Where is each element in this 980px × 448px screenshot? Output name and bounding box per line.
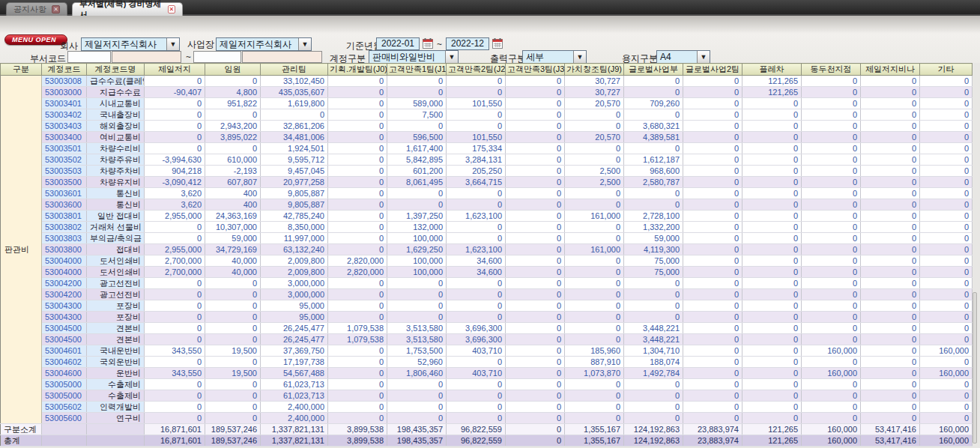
cell-value[interactable]: 9,595,712 — [261, 154, 328, 166]
cell-value[interactable]: 0 — [683, 289, 742, 300]
cell-account-name[interactable]: 접대비 — [87, 244, 145, 255]
cell-value[interactable]: 3,513,580 — [387, 323, 447, 334]
table-row[interactable]: 53003400여비교통비03,895,02234,481,0060596,50… — [1, 132, 973, 143]
cell-value[interactable]: 0 — [802, 121, 861, 132]
cell-value[interactable]: 160,000 — [802, 345, 861, 357]
cell-account-code[interactable]: 53004500 — [42, 323, 87, 334]
cell-value[interactable]: 0 — [145, 121, 205, 132]
cell-value[interactable]: 0 — [683, 345, 742, 357]
cell-value[interactable]: 0 — [861, 154, 920, 166]
cell-value[interactable]: 0 — [506, 267, 565, 278]
cell-value[interactable]: 0 — [920, 312, 973, 323]
cell-value[interactable]: 1,492,784 — [624, 368, 683, 379]
cell-value[interactable]: 0 — [565, 379, 624, 390]
cell-value[interactable]: 0 — [145, 390, 205, 402]
cell-value[interactable]: 0 — [802, 312, 861, 323]
cell-value[interactable]: 0 — [861, 278, 920, 289]
cell-value[interactable]: 0 — [861, 87, 920, 98]
cell-value[interactable]: 0 — [328, 413, 387, 424]
cell-value[interactable]: 101,550 — [447, 98, 506, 109]
cell-value[interactable]: 0 — [447, 87, 506, 98]
cell-value[interactable]: 435,035,607 — [261, 87, 328, 98]
cell-value[interactable]: 0 — [802, 289, 861, 300]
cell-value[interactable]: 0 — [920, 98, 973, 109]
cell-value[interactable]: 0 — [328, 300, 387, 312]
cell-value[interactable]: 3,448,221 — [624, 334, 683, 345]
cell-value[interactable]: 0 — [506, 357, 565, 368]
cell-value[interactable]: 2,400,000 — [261, 413, 328, 424]
cell-value[interactable]: 0 — [861, 222, 920, 233]
cell-account-name[interactable]: 포장비 — [87, 300, 145, 312]
cell-value[interactable]: 0 — [624, 109, 683, 121]
cell-value[interactable]: 0 — [506, 345, 565, 357]
cell-account-code[interactable]: 53004300 — [42, 300, 87, 312]
table-row[interactable]: 53005000수출제비0061,023,71300000000000 — [1, 390, 973, 402]
cell-account-name[interactable]: 광고선전비 — [87, 278, 145, 289]
cell-value[interactable]: 3,899,538 — [328, 424, 387, 435]
cell-account-name[interactable]: 견본비 — [87, 334, 145, 345]
cell-value[interactable]: 0 — [802, 323, 861, 334]
cell-value[interactable]: 0 — [447, 233, 506, 244]
cell-value[interactable]: 589,000 — [387, 98, 447, 109]
cell-account-code[interactable]: 53003403 — [42, 121, 87, 132]
cell-value[interactable]: 3,899,538 — [328, 435, 387, 447]
cell-value[interactable]: 0 — [802, 154, 861, 166]
cell-value[interactable]: 8,350,000 — [261, 222, 328, 233]
tab-notice[interactable]: 공지사항 ✕ — [6, 2, 67, 16]
cell-account-name[interactable]: 광고선전비 — [87, 289, 145, 300]
cell-value[interactable]: 0 — [447, 76, 506, 87]
cell-account-name[interactable]: 해외출장비 — [87, 121, 145, 132]
table-row[interactable]: 53004601국내운반비343,55019,50037,369,75001,7… — [1, 345, 973, 357]
cell-account-name[interactable] — [87, 435, 145, 447]
cell-value[interactable]: 0 — [742, 413, 802, 424]
cell-value[interactable]: 2,009,800 — [261, 267, 328, 278]
table-row[interactable]: 53003501차량수리비001,924,50101,617,400175,33… — [1, 143, 973, 154]
cell-value[interactable]: 2,400,000 — [261, 402, 328, 413]
cell-account-code[interactable]: 53004300 — [42, 312, 87, 323]
cell-value[interactable]: 0 — [328, 143, 387, 154]
cell-value[interactable]: 0 — [506, 244, 565, 255]
cell-account-name[interactable]: 차량주유비 — [87, 154, 145, 166]
cell-value[interactable]: 0 — [802, 211, 861, 222]
cell-value[interactable]: 0 — [742, 334, 802, 345]
cell-value[interactable]: 0 — [920, 222, 973, 233]
cell-value[interactable]: 0 — [205, 390, 261, 402]
cell-account-code[interactable]: 53004601 — [42, 345, 87, 357]
cell-value[interactable]: 400 — [205, 188, 261, 199]
cell-value[interactable]: 100,000 — [387, 255, 447, 267]
cell-value[interactable]: 16,871,601 — [145, 424, 205, 435]
cell-value[interactable]: 3,696,300 — [447, 323, 506, 334]
cell-value[interactable]: 160,000 — [802, 435, 861, 447]
cell-value[interactable]: 4,119,300 — [624, 244, 683, 255]
cell-value[interactable]: 0 — [328, 109, 387, 121]
table-row[interactable]: 53003402국내출장비00007,500000000000 — [1, 109, 973, 121]
cell-value[interactable]: 0 — [683, 98, 742, 109]
cell-value[interactable]: 0 — [802, 132, 861, 143]
cell-account-name[interactable]: 지급수수료 — [87, 87, 145, 98]
cell-value[interactable]: 0 — [328, 278, 387, 289]
cell-value[interactable]: 3,000,000 — [261, 278, 328, 289]
cell-value[interactable]: 100,000 — [387, 233, 447, 244]
cell-value[interactable]: 34,600 — [447, 255, 506, 267]
cell-account-name[interactable]: 연구비 — [87, 413, 145, 424]
cell-value[interactable]: 198,435,357 — [387, 424, 447, 435]
cell-value[interactable]: 0 — [145, 402, 205, 413]
cell-value[interactable]: 0 — [387, 379, 447, 390]
cell-value[interactable]: 0 — [624, 143, 683, 154]
cell-account-code[interactable]: 53004500 — [42, 334, 87, 345]
cell-value[interactable]: 33,102,450 — [261, 76, 328, 87]
cell-value[interactable]: 0 — [145, 312, 205, 323]
table-row[interactable]: 53003500차량유지비-3,090,412607,80720,977,258… — [1, 177, 973, 188]
table-row[interactable]: 53004300포장비0095,00000000000000 — [1, 312, 973, 323]
cell-value[interactable]: 0 — [565, 312, 624, 323]
cell-account-name[interactable]: 일반 접대비 — [87, 211, 145, 222]
cell-value[interactable]: 1,924,501 — [261, 143, 328, 154]
table-row[interactable]: 53003503차량주차비904,218-2,1939,457,0450601,… — [1, 166, 973, 177]
cell-value[interactable]: 0 — [205, 357, 261, 368]
cell-account-code[interactable]: 53003600 — [42, 199, 87, 211]
cell-value[interactable]: 0 — [506, 435, 565, 447]
cell-value[interactable]: 0 — [920, 166, 973, 177]
cell-account-code[interactable]: 53004602 — [42, 357, 87, 368]
cell-value[interactable]: 52,960 — [387, 357, 447, 368]
cell-value[interactable]: 0 — [920, 154, 973, 166]
